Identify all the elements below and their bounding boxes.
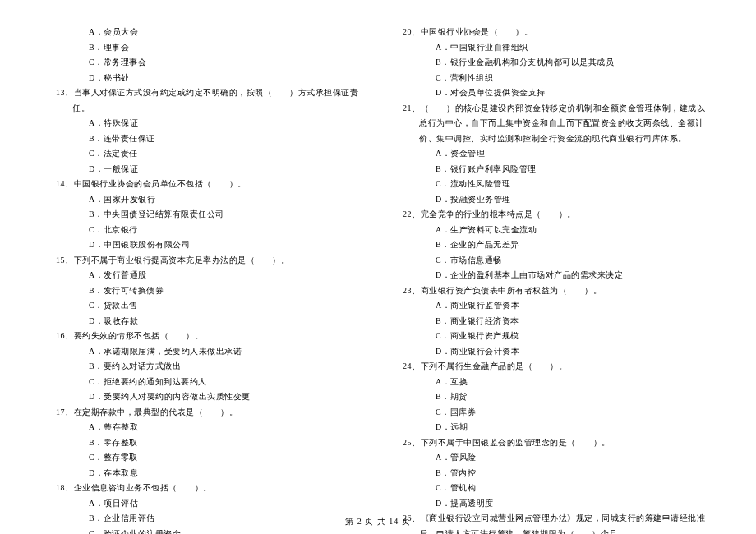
answer-option: D．一般保证 (48, 162, 362, 177)
answer-option: D．远期 (394, 420, 708, 435)
answer-option: A．国家开发银行 (48, 192, 362, 208)
question-text: 25、下列不属于中国银监会的监管理念的是（ ）。 (411, 435, 708, 451)
answer-option: B．连带责任保证 (48, 131, 362, 147)
answer-option: C．常务理事会 (48, 55, 362, 71)
answer-option: C．国库券 (394, 405, 708, 421)
question-text: 15、下列不属于商业银行提高资本充足率办法的是（ ）。 (64, 253, 362, 269)
answer-option: C．贷款出售 (48, 298, 362, 314)
answer-option: C．管机构 (394, 481, 708, 496)
answer-option: B．发行可转换债券 (48, 283, 362, 299)
answer-option: D．企业的盈利基本上由市场对产品的需求来决定 (394, 268, 708, 283)
question-text: 21、（ ）的核心是建设内部资金转移定价机制和全额资金管理体制，建成以总行为中心… (411, 101, 708, 147)
question-text: 17、在定期存款中，最典型的代表是（ ）。 (64, 405, 362, 421)
answer-option: C．北京银行 (48, 223, 362, 238)
question-text: 16、要约失效的情形不包括（ ）。 (64, 329, 362, 344)
question-text: 23、商业银行资产负债表中所有者权益为（ ）。 (411, 283, 708, 299)
answer-option: C．市场信息通畅 (394, 253, 708, 269)
document-page: A．会员大会B．理事会C．常务理事会D．秘书处13、当事人对保证方式没有约定或约… (0, 0, 756, 534)
answer-option: D．提高透明度 (394, 496, 708, 512)
answer-option: B．中央国债登记结算有限责任公司 (48, 207, 362, 223)
answer-option: B．商业银行经济资本 (394, 314, 708, 329)
left-column: A．会员大会B．理事会C．常务理事会D．秘书处13、当事人对保证方式没有约定或约… (41, 25, 378, 534)
question-text: 13、当事人对保证方式没有约定或约定不明确的，按照（ ）方式承担保证责任。 (64, 85, 362, 116)
answer-option: A．承诺期限届满，受要约人未做出承诺 (48, 344, 362, 360)
answer-option: B．银行业金融机构和分支机构都可以是其成员 (394, 55, 708, 71)
question-text: 18、企业信息咨询业务不包括（ ）。 (64, 481, 362, 496)
question-text: 22、完全竞争的行业的根本特点是（ ）。 (411, 207, 708, 223)
answer-option: A．资金管理 (394, 146, 708, 162)
answer-option: B．期货 (394, 389, 708, 405)
answer-option: C．整存零取 (48, 450, 362, 466)
answer-option: A．发行普通股 (48, 268, 362, 283)
answer-option: D．存本取息 (48, 466, 362, 481)
answer-option: A．管风险 (394, 450, 708, 466)
answer-option: B．企业的产品无差异 (394, 237, 708, 253)
answer-option: A．生产资料可以完全流动 (394, 223, 708, 238)
answer-option: C．法定责任 (48, 146, 362, 162)
answer-option: D．吸收存款 (48, 314, 362, 329)
right-column: 20、中国银行业协会是（ ）。A．中国银行业自律组织B．银行业金融机构和分支机构… (378, 25, 715, 534)
answer-option: A．互换 (394, 375, 708, 390)
question-text: 14、中国银行业协会的会员单位不包括（ ）。 (64, 177, 362, 192)
answer-option: D．商业银行会计资本 (394, 344, 708, 360)
answer-option: C．营利性组织 (394, 71, 708, 86)
answer-option: A．商业银行监管资本 (394, 298, 708, 314)
answer-option: C．拒绝要约的通知到达要约人 (48, 375, 362, 390)
answer-option: B．要约以对话方式做出 (48, 359, 362, 375)
answer-option: D．中国银联股份有限公司 (48, 237, 362, 253)
answer-option: A．特殊保证 (48, 116, 362, 131)
answer-option: B．管内控 (394, 466, 708, 481)
answer-option: C．流动性风险管理 (394, 177, 708, 192)
answer-option: A．会员大会 (48, 25, 362, 40)
answer-option: A．中国银行业自律组织 (394, 40, 708, 56)
answer-option: C．商业银行资产规模 (394, 329, 708, 344)
answer-option: D．受要约人对要约的内容做出实质性变更 (48, 389, 362, 405)
answer-option: D．秘书处 (48, 71, 362, 86)
answer-option: B．银行账户利率风险管理 (394, 162, 708, 177)
page-footer: 第 2 页 共 14 页 (0, 516, 756, 527)
answer-option: D．投融资业务管理 (394, 192, 708, 208)
answer-option: B．零存整取 (48, 435, 362, 451)
question-text: 24、下列不属衍生金融产品的是（ ）。 (411, 359, 708, 375)
answer-option: A．项目评估 (48, 496, 362, 512)
answer-option: D．对会员单位提供资金支持 (394, 85, 708, 101)
question-text: 20、中国银行业协会是（ ）。 (411, 25, 708, 40)
answer-option: A．整存整取 (48, 420, 362, 435)
answer-option: B．理事会 (48, 40, 362, 56)
